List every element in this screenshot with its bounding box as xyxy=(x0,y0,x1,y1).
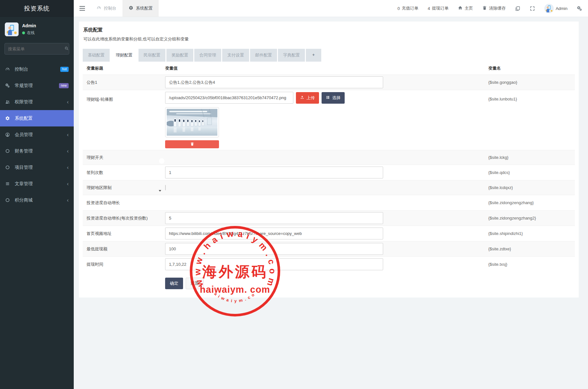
app-title: 投资系统 xyxy=(0,0,74,17)
sidebar-item-general[interactable]: 常规管理 new xyxy=(0,77,74,94)
avatar xyxy=(5,22,19,36)
sidebar-item-permissions[interactable]: 权限管理 ‹ xyxy=(0,94,74,110)
withdraw-count: 4 xyxy=(428,6,430,11)
chevron-left-icon: ‹ xyxy=(67,149,69,154)
nav-tab-dashboard[interactable]: 控制台 xyxy=(90,0,122,17)
sidebar-item-label: 控制台 xyxy=(15,66,28,72)
row-varname: {$site.gonggao} xyxy=(488,80,571,85)
page-subtitle: 可以在此增改系统的变量和分组,也可以自定义分组和变量 xyxy=(83,36,575,42)
users-icon xyxy=(5,99,11,104)
row-varname: {$site.zidongzengzhang} xyxy=(488,200,571,205)
sidebar-item-articles[interactable]: 文章管理 ‹ xyxy=(0,176,74,192)
list-icon xyxy=(5,181,11,186)
sidebar-toggle-button[interactable] xyxy=(74,0,90,17)
table-row: 投资进度自动增长 {$site.zidongzengzhang} xyxy=(83,195,575,210)
chevron-left-icon: ‹ xyxy=(67,99,69,105)
row-label: 签到次数 xyxy=(87,170,165,176)
gauge-icon xyxy=(97,5,101,11)
fullscreen-icon[interactable] xyxy=(530,6,535,11)
sidebar-item-label: 系统配置 xyxy=(15,116,33,121)
sidebar-user-panel: Admin 在线 xyxy=(0,17,74,40)
delete-image-button[interactable] xyxy=(165,140,219,148)
list-select-icon xyxy=(326,95,330,100)
row-varname: {$site.lcdqxz} xyxy=(488,185,571,190)
upload-button[interactable]: 上传 xyxy=(296,92,319,104)
tab-contract-config[interactable]: 合同管理 xyxy=(194,49,221,62)
region-limit-select[interactable] xyxy=(165,185,166,190)
qdcs-input[interactable] xyxy=(165,167,383,178)
sidebar-item-finance[interactable]: 财务管理 ‹ xyxy=(0,143,74,159)
tab-reward-config[interactable]: 奖励配置 xyxy=(166,49,193,62)
tab-payment-config[interactable]: 支付设置 xyxy=(222,49,249,62)
table-header: 变量标题 变量值 变量名 xyxy=(83,62,575,74)
withdraw-orders-link[interactable]: 4 提现订单 xyxy=(428,5,449,11)
tab-dictionary-config[interactable]: 字典配置 xyxy=(278,49,305,62)
nav-tab-system-config[interactable]: 系统配置 xyxy=(122,0,159,17)
tab-minsu-config[interactable]: 民宿配置 xyxy=(139,49,165,62)
clear-cache-link[interactable]: 清除缓存 xyxy=(482,5,506,11)
reset-button[interactable]: 重置 xyxy=(186,278,204,289)
table-row: 首页视频地址 {$site.shipindizhi1} xyxy=(83,226,575,241)
sidebar-item-members[interactable]: 会员管理 ‹ xyxy=(0,126,74,143)
sidebar-item-points-mall[interactable]: 积分商城 ‹ xyxy=(0,192,74,208)
min-withdraw-input[interactable] xyxy=(165,243,383,255)
gauge-icon xyxy=(5,67,11,72)
top-navbar: 控制台 系统配置 0 充值订单 4 提现订单 主页 xyxy=(74,0,588,17)
auto-growth-shares-input[interactable] xyxy=(165,212,383,224)
row-varname: {$site.txsj} xyxy=(488,262,571,267)
admin-label: Admin xyxy=(556,6,567,11)
gonggao-input[interactable] xyxy=(165,76,383,88)
tab-basic-config[interactable]: 基础配置 xyxy=(83,49,110,62)
withdraw-time-input[interactable] xyxy=(165,258,383,270)
page-title: 系统配置 xyxy=(83,27,575,33)
home-video-url-input[interactable] xyxy=(165,228,383,239)
table-row: 签到次数 {$site.qdcs} xyxy=(83,165,575,180)
search-input[interactable] xyxy=(8,47,64,51)
admin-menu[interactable]: Admin xyxy=(544,4,567,13)
row-label: 投资进度自动增长(每次投资份数) xyxy=(87,215,165,221)
sidebar-item-label: 财务管理 xyxy=(15,148,33,154)
main-area: 控制台 系统配置 0 充值订单 4 提现订单 主页 xyxy=(74,0,588,389)
hot-badge: hot xyxy=(60,67,69,72)
submit-button[interactable]: 确定 xyxy=(165,278,183,289)
col-header-varname: 变量名 xyxy=(488,65,571,71)
table-row: 理财地区限制 {$site.lcdqxz} xyxy=(83,180,575,195)
sidebar-item-projects[interactable]: 项目管理 ‹ xyxy=(0,159,74,176)
table-row: 投资进度自动增长(每次投资份数) {$site.zidongzengzhang2… xyxy=(83,210,575,226)
row-label: 理财地区限制 xyxy=(87,185,165,191)
tab-email-config[interactable]: 邮件配置 xyxy=(250,49,277,62)
home-link[interactable]: 主页 xyxy=(458,5,473,11)
app-root: 投资系统 Admin 在线 控制台 hot 常规管理 new xyxy=(0,0,588,389)
row-varname: {$site.lckg} xyxy=(488,155,571,160)
row-label: 首页视频地址 xyxy=(87,231,165,237)
sidebar-item-label: 文章管理 xyxy=(15,181,33,187)
config-tabs: 基础配置 理财配置 民宿配置 奖励配置 合同管理 支付设置 邮件配置 字典配置 … xyxy=(83,49,575,62)
recharge-count: 0 xyxy=(398,6,400,11)
lunbotu-path-input[interactable] xyxy=(165,92,293,104)
table-row: 最低提现额 {$site.zdtxe} xyxy=(83,241,575,257)
carousel-image xyxy=(167,109,217,136)
choose-button[interactable]: 选择 xyxy=(322,92,345,104)
gears-icon[interactable] xyxy=(577,6,582,11)
table-row: 公告1 {$site.gonggao} xyxy=(83,74,575,90)
chevron-left-icon: ‹ xyxy=(67,198,69,203)
gear-icon xyxy=(129,5,133,11)
carousel-image-preview[interactable] xyxy=(165,107,219,137)
tab-licai-config[interactable]: 理财配置 xyxy=(111,49,138,62)
online-label: 在线 xyxy=(27,30,35,36)
row-label: 公告1 xyxy=(87,80,165,85)
recharge-orders-link[interactable]: 0 充值订单 xyxy=(398,5,418,11)
form-actions: 确定 重置 xyxy=(165,278,575,289)
sidebar-item-system-config[interactable]: 系统配置 xyxy=(0,110,74,126)
docs-icon[interactable] xyxy=(515,6,520,11)
sidebar-item-label: 权限管理 xyxy=(15,99,33,105)
chevron-left-icon: ‹ xyxy=(67,165,69,170)
col-header-title: 变量标题 xyxy=(87,65,165,71)
sidebar-item-label: 常规管理 xyxy=(15,83,33,89)
gear-icon xyxy=(5,116,11,121)
row-varname: {$site.zdtxe} xyxy=(488,246,571,251)
add-tab-button[interactable]: + xyxy=(306,49,321,62)
sidebar-item-dashboard[interactable]: 控制台 hot xyxy=(0,61,74,77)
search-icon[interactable] xyxy=(64,46,69,52)
system-config-card: 系统配置 可以在此增改系统的变量和分组,也可以自定义分组和变量 基础配置 理财配… xyxy=(79,22,579,298)
